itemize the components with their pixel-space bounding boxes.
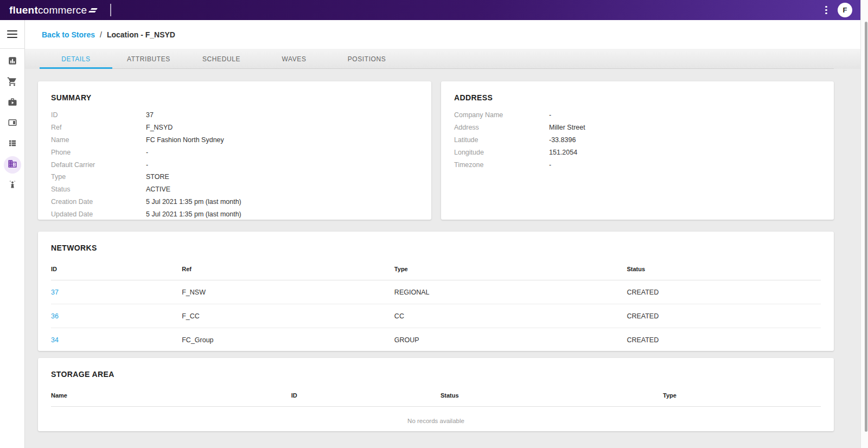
- storage-header-row: Name ID Status Type: [51, 386, 821, 407]
- address-field-timezone: Timezone -: [454, 158, 821, 171]
- sidebar-item-dashboard[interactable]: [2, 52, 23, 72]
- page-scrollbar-thumb[interactable]: [865, 22, 867, 432]
- shopping-cart-icon: [7, 76, 17, 89]
- networks-col-type: Type: [394, 259, 627, 280]
- empty-state-row: No records available: [51, 407, 821, 435]
- networks-table: ID Ref Type Status 37 F_NSW REGIONAL CRE…: [51, 259, 821, 352]
- address-field-company-name: Company Name -: [454, 109, 821, 121]
- topbar-divider: [110, 4, 111, 16]
- summary-field-creation-date: Creation Date 5 Jul 2021 1:35 pm (last m…: [51, 196, 418, 208]
- networks-card-title: NETWORKS: [51, 244, 821, 252]
- sidebar-item-locations[interactable]: [2, 155, 23, 175]
- networks-header-row: ID Ref Type Status: [51, 259, 821, 280]
- sidebar-nav: [0, 20, 25, 448]
- storage-col-name: Name: [51, 386, 291, 407]
- brand-secondary: commerce: [38, 4, 87, 16]
- tab-positions[interactable]: POSITIONS: [330, 49, 403, 69]
- storage-area-card: STORAGE AREA Name ID Status Type No re: [38, 358, 834, 431]
- network-ref-cell: FC_Group: [182, 328, 394, 352]
- summary-field-phone: Phone -: [51, 146, 418, 158]
- sidebar-item-orders[interactable]: [2, 72, 23, 93]
- address-card: ADDRESS Company Name - Address Miller St…: [441, 81, 834, 220]
- storage-col-status: Status: [441, 386, 663, 407]
- networks-col-status: Status: [627, 259, 821, 280]
- top-bar: fluentcommerce F: [0, 0, 868, 20]
- tab-details[interactable]: DETAILS: [40, 49, 112, 69]
- storage-area-table: Name ID Status Type No records available: [51, 386, 821, 435]
- summary-card-title: SUMMARY: [51, 93, 418, 102]
- network-id-link[interactable]: 37: [51, 280, 182, 304]
- address-card-title: ADDRESS: [454, 93, 821, 102]
- building-icon: [8, 159, 17, 171]
- fluent-commerce-logo[interactable]: fluentcommerce: [9, 4, 98, 16]
- network-id-link[interactable]: 34: [51, 328, 182, 352]
- network-status-cell: CREATED: [627, 328, 821, 352]
- summary-field-default-carrier: Default Carrier -: [51, 158, 418, 171]
- summary-field-id: ID 37: [51, 109, 418, 121]
- network-type-cell: CC: [394, 304, 627, 328]
- networks-card: NETWORKS ID Ref Type Status 37: [38, 232, 834, 351]
- summary-field-ref: Ref F_NSYD: [51, 121, 418, 134]
- network-id-link[interactable]: 36: [51, 304, 182, 328]
- storage-area-card-title: STORAGE AREA: [51, 370, 821, 379]
- network-status-cell: CREATED: [627, 280, 821, 304]
- address-field-address: Address Miller Street: [454, 121, 821, 134]
- address-field-latitude: Latitude -33.8396: [454, 134, 821, 146]
- page-scrollbar-track[interactable]: [860, 0, 868, 448]
- fluent-logo-mark-icon: [88, 7, 98, 14]
- breadcrumb-back-link[interactable]: Back to Stores: [42, 30, 95, 39]
- sidebar-item-customers[interactable]: [2, 175, 23, 196]
- hamburger-icon: [7, 30, 17, 38]
- networks-col-ref: Ref: [182, 259, 394, 280]
- no-records-message: No records available: [51, 407, 821, 435]
- sidebar-item-products[interactable]: [2, 93, 23, 113]
- list-rows-icon: [8, 138, 17, 150]
- storage-col-id: ID: [291, 386, 441, 407]
- hamburger-menu-button[interactable]: [0, 20, 24, 49]
- network-ref-cell: F_NSW: [182, 280, 394, 304]
- breadcrumb-separator: /: [100, 30, 102, 39]
- storage-col-type: Type: [663, 386, 821, 407]
- summary-field-name: Name FC Fashion North Sydney: [51, 134, 418, 146]
- table-row[interactable]: 34 FC_Group GROUP CREATED: [51, 328, 821, 352]
- sidebar-item-inventory[interactable]: [2, 113, 23, 134]
- networks-col-id: ID: [51, 259, 182, 280]
- bar-chart-icon: [8, 56, 17, 68]
- person-icon: [8, 180, 17, 191]
- user-avatar[interactable]: F: [838, 3, 852, 17]
- tab-bar: DETAILS ATTRIBUTES SCHEDULE WAVES POSITI…: [25, 49, 868, 69]
- tab-attributes[interactable]: ATTRIBUTES: [112, 49, 185, 69]
- table-row[interactable]: 37 F_NSW REGIONAL CREATED: [51, 280, 821, 304]
- summary-field-status: Status ACTIVE: [51, 183, 418, 196]
- overflow-menu-icon[interactable]: [823, 4, 829, 17]
- summary-field-type: Type STORE: [51, 171, 418, 183]
- network-status-cell: CREATED: [627, 304, 821, 328]
- table-row[interactable]: 36 F_CC CC CREATED: [51, 304, 821, 328]
- summary-field-updated-date: Updated Date 5 Jul 2021 1:35 pm (last mo…: [51, 208, 418, 220]
- briefcase-play-icon: [8, 97, 17, 109]
- panel-card-icon: [8, 118, 17, 130]
- breadcrumb: Back to Stores / Location - F_NSYD: [25, 20, 868, 49]
- tab-waves[interactable]: WAVES: [258, 49, 330, 69]
- network-ref-cell: F_CC: [182, 304, 394, 328]
- brand-primary: fluent: [9, 4, 38, 16]
- network-type-cell: REGIONAL: [394, 280, 627, 304]
- address-field-longitude: Longitude 151.2054: [454, 146, 821, 158]
- sidebar-item-catalogs[interactable]: [2, 134, 23, 155]
- page-title: Location - F_NSYD: [107, 30, 175, 39]
- summary-card: SUMMARY ID 37 Ref F_NSYD Name FC Fashion…: [38, 81, 431, 220]
- network-type-cell: GROUP: [394, 328, 627, 352]
- tab-schedule[interactable]: SCHEDULE: [185, 49, 258, 69]
